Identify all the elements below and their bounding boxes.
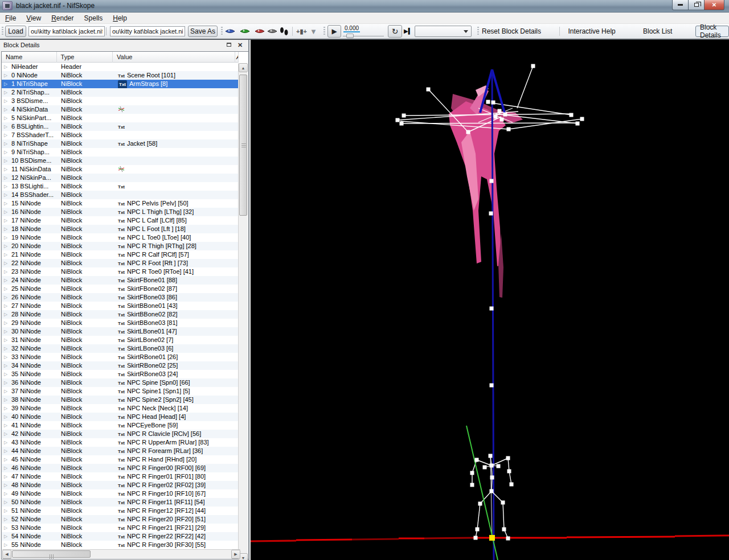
save-as-button[interactable]: Save As	[188, 26, 218, 37]
table-row[interactable]: ▷6 BSLightin...NiBlockTxt	[2, 122, 239, 131]
expander-icon[interactable]: ▷	[4, 387, 7, 396]
expander-icon[interactable]: ▷	[4, 438, 7, 447]
expander-icon[interactable]: ▷	[4, 165, 7, 174]
vertex-handle-icon[interactable]: +▮+	[296, 28, 307, 35]
expander-icon[interactable]: ▷	[4, 378, 7, 387]
table-row[interactable]: ▷0 NiNodeNiBlockTxtScene Root [101]	[2, 71, 239, 80]
expander-icon[interactable]: ▷	[4, 515, 7, 524]
expander-icon[interactable]: ▷	[4, 97, 7, 105]
minimize-button[interactable]	[672, 0, 689, 10]
table-row[interactable]: ▷24 NiNodeNiBlockTxtSkirtFBone01 [88]	[2, 276, 239, 285]
table-row[interactable]: ▷54 NiNodeNiBlockTxtNPC R Finger22 [RF22…	[2, 532, 239, 541]
expander-icon[interactable]: ▷	[4, 148, 7, 157]
expander-icon[interactable]: ▷	[4, 131, 7, 139]
block-list-button[interactable]: Block List	[643, 27, 672, 35]
table-row[interactable]: ▷11 NiSkinDataNiBlock	[2, 165, 239, 174]
menu-render[interactable]: Render	[46, 13, 79, 23]
expander-icon[interactable]: ▷	[4, 88, 7, 97]
vertical-scrollbar[interactable]: ▲ ▼	[238, 63, 248, 560]
expander-icon[interactable]: ▷	[4, 250, 7, 259]
expander-icon[interactable]: ▷	[4, 242, 7, 250]
expander-icon[interactable]: ▷	[4, 139, 7, 148]
table-row[interactable]: ▷16 NiNodeNiBlockTxtNPC L Thigh [LThg] […	[2, 208, 239, 216]
horizontal-scroll-thumb[interactable]	[12, 550, 91, 558]
table-row[interactable]: ▷14 BSShader...NiBlock	[2, 191, 239, 199]
expander-icon[interactable]: ▷	[4, 216, 7, 225]
expander-icon[interactable]: ▷	[4, 327, 7, 336]
scroll-up-icon[interactable]: ▲	[239, 63, 248, 72]
table-row[interactable]: ▷12 NiSkinPa...NiBlock	[2, 174, 239, 182]
time-slider[interactable]	[343, 34, 384, 38]
expander-icon[interactable]: ▷	[4, 105, 7, 114]
menu-spells[interactable]: Spells	[79, 13, 108, 23]
expander-icon[interactable]: ▷	[4, 507, 7, 515]
slider-thumb[interactable]	[346, 34, 354, 38]
path-splitter[interactable]	[106, 27, 109, 35]
expander-icon[interactable]: ▷	[4, 285, 7, 293]
expander-icon[interactable]: ▷	[4, 524, 7, 532]
table-row[interactable]: ▷17 NiNodeNiBlockTxtNPC L Calf [LClf] [8…	[2, 216, 239, 225]
column-header-argument[interactable]: A	[235, 52, 239, 63]
column-header-name[interactable]: Name	[2, 52, 57, 63]
expander-icon[interactable]: ▷	[4, 344, 7, 353]
table-row[interactable]: ▷26 NiNodeNiBlockTxtSkirtFBone03 [86]	[2, 293, 239, 302]
horizontal-scrollbar[interactable]: ◀ ▶	[2, 549, 240, 558]
playback-switch-icon[interactable]: ▶▍	[404, 28, 412, 34]
menu-file[interactable]: File	[0, 13, 21, 23]
expander-icon[interactable]: ▷	[4, 276, 7, 285]
table-row[interactable]: ▷43 NiNodeNiBlockTxtNPC R UpperArm [RUar…	[2, 438, 239, 447]
scroll-left-icon[interactable]: ◀	[2, 550, 11, 559]
expander-icon[interactable]: ▷	[4, 413, 7, 421]
table-row[interactable]: ▷21 NiNodeNiBlockTxtNPC R Calf [RClf] [5…	[2, 250, 239, 259]
eye-gray-icon[interactable]	[267, 27, 278, 35]
expander-icon[interactable]: ▷	[4, 208, 7, 216]
table-row[interactable]: ▷41 NiNodeNiBlockTxtNPCEyeBone [59]	[2, 421, 239, 430]
expander-icon[interactable]: ▷	[4, 541, 7, 549]
table-row[interactable]: ▷3 BSDisme...NiBlock	[2, 97, 239, 105]
table-row[interactable]: ▷45 NiNodeNiBlockTxtNPC R Hand [RHnd] [2…	[2, 455, 239, 464]
column-header-value[interactable]: Value	[113, 52, 235, 63]
reset-block-details-button[interactable]: Reset Block Details	[482, 27, 541, 35]
interactive-help-button[interactable]: Interactive Help	[568, 27, 615, 35]
table-row[interactable]: ▷20 NiNodeNiBlockTxtNPC R Thigh [RThg] […	[2, 242, 239, 250]
menu-view[interactable]: View	[21, 13, 46, 23]
table-row[interactable]: ▷4 NiSkinDataNiBlock	[2, 105, 239, 114]
expander-icon[interactable]: ▷	[4, 225, 7, 233]
eye-green-icon[interactable]	[239, 27, 251, 35]
expander-icon[interactable]: ▷	[4, 361, 7, 370]
table-row[interactable]: ▷15 NiNodeNiBlockTxtNPC Pelvis [Pelv] [5…	[2, 199, 239, 208]
table-row[interactable]: ▷53 NiNodeNiBlockTxtNPC R Finger21 [RF21…	[2, 524, 239, 532]
toolbar-grip[interactable]	[323, 27, 325, 36]
expander-icon[interactable]: ▷	[4, 430, 7, 438]
table-row[interactable]: ▷37 NiNodeNiBlockTxtNPC Spine1 [Spn1] [5…	[2, 387, 239, 396]
table-row[interactable]: ▷42 NiNodeNiBlockTxtNPC R Clavicle [RClv…	[2, 430, 239, 438]
table-row[interactable]: ▷31 NiNodeNiBlockTxtSkirtLBone02 [7]	[2, 336, 239, 344]
flatten-chevron-icon[interactable]: ▼	[310, 27, 317, 36]
table-row[interactable]: ▷13 BSLighti...NiBlockTxt	[2, 182, 239, 191]
load-path-input[interactable]	[28, 26, 105, 36]
load-button[interactable]: Load	[5, 26, 26, 37]
expander-icon[interactable]: ▷	[4, 259, 7, 267]
table-row[interactable]: ▷44 NiNodeNiBlockTxtNPC R Forearm [RLar]…	[2, 447, 239, 455]
expander-icon[interactable]: ▷	[4, 481, 7, 489]
expander-icon[interactable]: ▷	[4, 199, 7, 208]
toolbar-grip[interactable]	[221, 27, 223, 36]
expander-icon[interactable]: ▷	[4, 336, 7, 344]
expander-icon[interactable]: ▷	[4, 71, 7, 80]
table-row[interactable]: ▷10 BSDisme...NiBlock	[2, 157, 239, 165]
table-row[interactable]: ▷39 NiNodeNiBlockTxtNPC Neck [Neck] [14]	[2, 404, 239, 413]
save-path-input[interactable]	[110, 26, 185, 36]
float-panel-icon[interactable]	[225, 42, 232, 48]
table-row[interactable]: ▷25 NiNodeNiBlockTxtSkirtFBone02 [87]	[2, 285, 239, 293]
table-row[interactable]: ▷27 NiNodeNiBlockTxtSkirtBBone01 [43]	[2, 302, 239, 310]
table-row[interactable]: ▷29 NiNodeNiBlockTxtSkirtBBone03 [81]	[2, 319, 239, 327]
table-row[interactable]: ▷36 NiNodeNiBlockTxtNPC Spine [Spn0] [66…	[2, 378, 239, 387]
table-row[interactable]: ▷51 NiNodeNiBlockTxtNPC R Finger12 [RF12…	[2, 507, 239, 515]
expander-icon[interactable]: ▷	[4, 447, 7, 455]
table-row[interactable]: ▷46 NiNodeNiBlockTxtNPC R Finger00 [RF00…	[2, 464, 239, 472]
table-row[interactable]: ▷2 NiTriShap...NiBlock	[2, 88, 239, 97]
expander-icon[interactable]: ▷	[4, 302, 7, 310]
play-button[interactable]: ▶	[327, 25, 341, 38]
block-details-button[interactable]: Block Details	[695, 26, 729, 37]
animation-combobox[interactable]	[415, 26, 472, 37]
